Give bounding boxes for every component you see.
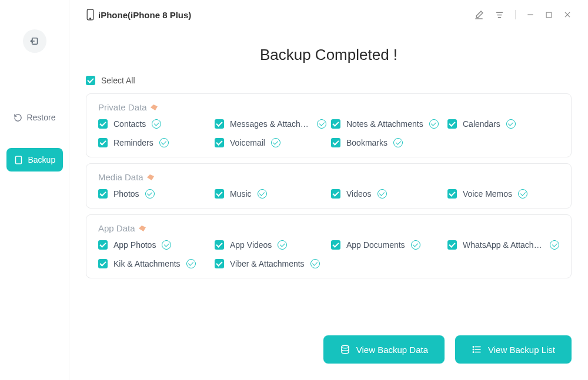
checkbox-icon <box>331 189 340 199</box>
status-complete-icon <box>162 240 171 250</box>
data-item-label: App Photos <box>113 240 156 250</box>
panels: Private Data Contacts Messages & Attachm… <box>69 93 588 278</box>
sidebar: Restore Backup <box>0 0 69 380</box>
data-item-messages[interactable]: Messages & Attachme... <box>215 119 326 129</box>
svg-point-3 <box>90 18 91 19</box>
status-complete-icon <box>278 240 287 250</box>
data-item-label: Music <box>230 189 252 199</box>
data-item-music[interactable]: Music <box>215 189 326 199</box>
panel-private-data: Private Data Contacts Messages & Attachm… <box>86 93 572 157</box>
back-button[interactable] <box>23 29 46 53</box>
status-complete-icon <box>429 119 439 129</box>
data-item-label: Messages & Attachme... <box>230 119 311 129</box>
panel-header: Media Data <box>98 172 559 182</box>
data-item-voice-memos[interactable]: Voice Memos <box>447 189 559 199</box>
checkbox-icon <box>331 119 340 129</box>
checkbox-icon <box>98 119 108 129</box>
checkbox-icon <box>331 240 340 250</box>
select-all-label: Select All <box>101 76 135 85</box>
checkbox-icon <box>215 138 224 147</box>
data-item-app-videos[interactable]: App Videos <box>215 240 326 250</box>
data-item-label: Voicemail <box>230 138 265 147</box>
data-item-calendars[interactable]: Calendars <box>447 119 559 129</box>
status-complete-icon <box>271 138 280 147</box>
stack-icon <box>340 344 350 355</box>
data-item-label: Contacts <box>113 119 146 129</box>
svg-point-11 <box>342 345 349 348</box>
status-complete-icon <box>186 259 196 268</box>
sidebar-item-label: Restore <box>26 113 55 122</box>
panel-title: App Data <box>98 223 135 233</box>
svg-point-17 <box>473 352 474 353</box>
checkbox-icon <box>447 119 457 129</box>
panel-title: Private Data <box>98 102 147 112</box>
status-complete-icon <box>152 119 161 129</box>
status-complete-icon <box>310 259 320 268</box>
device-label: iPhone(iPhone 8 Plus) <box>86 9 191 21</box>
device-name-text: iPhone(iPhone 8 Plus) <box>98 10 191 20</box>
checkbox-icon <box>215 259 224 268</box>
svg-point-16 <box>473 349 474 350</box>
select-all-checkbox[interactable]: Select All <box>69 76 588 85</box>
topbar-divider <box>515 10 516 19</box>
data-item-kik[interactable]: Kik & Attachments <box>98 259 210 268</box>
data-item-voicemail[interactable]: Voicemail <box>215 138 326 147</box>
data-item-videos[interactable]: Videos <box>331 189 443 199</box>
list-icon <box>472 344 482 355</box>
status-complete-icon <box>411 240 420 250</box>
tag-icon <box>151 105 158 110</box>
edit-icon[interactable] <box>474 10 484 20</box>
data-item-whatsapp[interactable]: WhatsApp & Attachme... <box>447 240 559 250</box>
restore-icon <box>14 113 22 123</box>
status-complete-icon <box>159 138 169 147</box>
phone-icon <box>86 9 95 21</box>
panel-media-data: Media Data Photos Music Videos Voice Mem… <box>86 163 572 209</box>
panel-title: Media Data <box>98 172 143 182</box>
sidebar-item-restore[interactable]: Restore <box>6 106 63 129</box>
data-item-label: Photos <box>113 189 139 199</box>
status-complete-icon <box>393 138 403 147</box>
maximize-icon[interactable] <box>545 11 553 19</box>
button-label: View Backup List <box>488 345 555 355</box>
close-icon[interactable] <box>563 11 572 19</box>
data-item-label: Calendars <box>463 119 500 129</box>
data-item-label: Bookmarks <box>346 138 387 147</box>
data-item-notes[interactable]: Notes & Attachments <box>331 119 443 129</box>
data-item-label: Viber & Attachments <box>230 259 305 268</box>
topbar: iPhone(iPhone 8 Plus) <box>69 0 588 29</box>
footer: View Backup Data View Backup List <box>323 335 572 364</box>
checkbox-icon <box>86 76 95 85</box>
backup-icon <box>14 155 24 165</box>
data-item-label: Notes & Attachments <box>346 119 423 129</box>
menu-icon[interactable] <box>495 10 505 20</box>
data-item-label: Videos <box>346 189 372 199</box>
view-backup-list-button[interactable]: View Backup List <box>455 335 572 364</box>
data-item-contacts[interactable]: Contacts <box>98 119 210 129</box>
button-label: View Backup Data <box>356 345 428 355</box>
sidebar-item-label: Backup <box>28 155 56 164</box>
data-item-app-documents[interactable]: App Documents <box>331 240 443 250</box>
checkbox-icon <box>215 189 224 199</box>
status-complete-icon <box>518 189 527 199</box>
checkbox-icon <box>331 138 340 147</box>
sidebar-item-backup[interactable]: Backup <box>6 148 63 171</box>
view-backup-data-button[interactable]: View Backup Data <box>323 335 445 364</box>
status-complete-icon <box>145 189 155 199</box>
checkbox-icon <box>98 259 108 268</box>
checkbox-icon <box>215 240 224 250</box>
data-item-label: App Videos <box>230 240 272 250</box>
checkbox-icon <box>447 189 457 199</box>
status-complete-icon <box>258 189 267 199</box>
data-item-photos[interactable]: Photos <box>98 189 210 199</box>
svg-rect-1 <box>15 156 21 164</box>
checkbox-icon <box>98 138 108 147</box>
data-item-app-photos[interactable]: App Photos <box>98 240 210 250</box>
data-item-viber[interactable]: Viber & Attachments <box>215 259 326 268</box>
svg-point-15 <box>473 347 474 348</box>
checkbox-icon <box>447 240 457 250</box>
data-item-bookmarks[interactable]: Bookmarks <box>331 138 443 147</box>
data-item-label: App Documents <box>346 240 405 250</box>
tag-icon <box>147 174 154 180</box>
data-item-reminders[interactable]: Reminders <box>98 138 210 147</box>
minimize-icon[interactable] <box>526 11 534 19</box>
